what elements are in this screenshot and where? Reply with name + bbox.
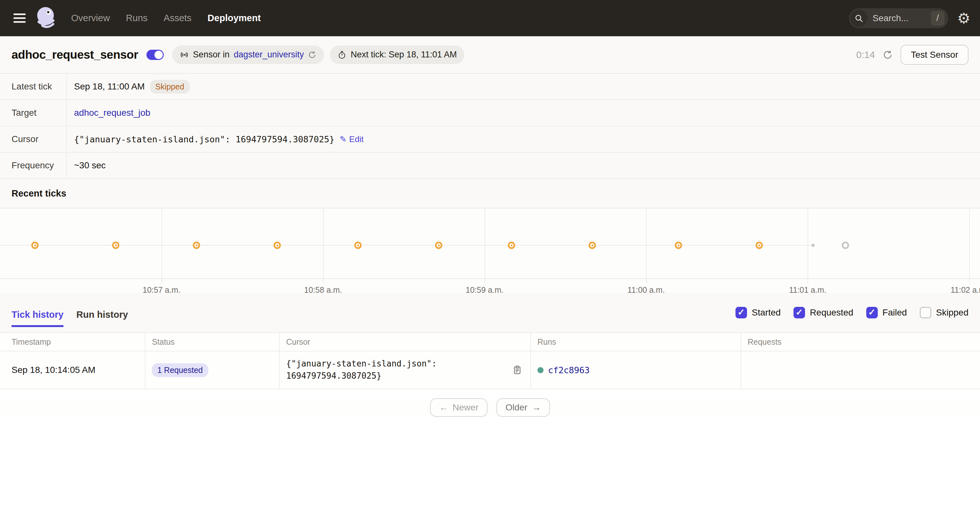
skipped-ticks-marker[interactable]	[274, 242, 281, 249]
column-header-cursor: Cursor	[280, 333, 531, 351]
nav-item-overview[interactable]: Overview	[71, 13, 110, 23]
copy-clipboard-icon[interactable]	[512, 365, 522, 375]
skipped-ticks-marker[interactable]	[193, 242, 200, 249]
meta-label: Latest tick	[0, 74, 67, 99]
arrow-left-icon: ←	[439, 402, 448, 413]
next-tick-chip: Next tick: Sep 18, 11:01 AM	[330, 46, 465, 64]
checkbox-icon: ✓	[794, 307, 805, 318]
filter-checkbox-skipped[interactable]: ✓ Skipped	[920, 307, 969, 318]
stopwatch-icon	[337, 50, 347, 59]
minute-gridline	[485, 208, 485, 283]
hamburger-menu-icon[interactable]	[13, 13, 25, 23]
meta-row-target: Target adhoc_request_job	[0, 100, 980, 126]
time-axis-label: 11:01 a.m.	[789, 286, 826, 295]
checkbox-icon: ✓	[866, 307, 878, 318]
sensor-broadcast-icon	[180, 50, 189, 59]
edit-cursor-link[interactable]: ✎ Edit	[340, 134, 364, 144]
run-status-dot	[538, 367, 544, 373]
code-location-link[interactable]: dagster_university	[234, 50, 304, 60]
run-id-link[interactable]: cf2c8963	[548, 365, 590, 375]
skipped-ticks-marker[interactable]	[32, 242, 39, 249]
filter-checkbox-failed[interactable]: ✓ Failed	[866, 307, 907, 318]
timeline-axis-line	[0, 245, 813, 246]
sensor-header: adhoc_request_sensor Sensor in dagster_u…	[0, 36, 980, 74]
refresh-icon[interactable]	[883, 50, 893, 60]
next-tick-text: Next tick: Sep 18, 11:01 AM	[351, 50, 457, 60]
minute-gridline	[323, 208, 324, 283]
search-icon	[850, 10, 867, 27]
search-input[interactable]: Search... /	[849, 8, 948, 28]
meta-label: Frequency	[0, 153, 67, 178]
time-axis-label: 11:00 a.m.	[627, 286, 665, 295]
sensor-location-chip: Sensor in dagster_university	[172, 46, 324, 64]
minute-gridline	[646, 208, 647, 283]
skipped-ticks-marker[interactable]	[112, 242, 119, 249]
gear-icon[interactable]: ⚙	[957, 11, 970, 26]
checkbox-icon: ✓	[920, 307, 931, 318]
top-nav: Overview Runs Assets Deployment Search..…	[0, 0, 980, 36]
page-title: adhoc_request_sensor	[11, 48, 138, 62]
history-tabs-row: Tick history Run history ✓ Started ✓ Req…	[0, 293, 980, 333]
cursor-value: {"january-staten-island.json": 169479759…	[74, 134, 334, 144]
skipped-ticks-marker[interactable]	[355, 242, 362, 249]
latest-tick-time: Sep 18, 11:00 AM	[74, 81, 145, 92]
tick-requests	[741, 351, 980, 389]
search-placeholder: Search...	[873, 13, 931, 23]
nav-item-assets[interactable]: Assets	[164, 13, 192, 23]
skipped-ticks-marker[interactable]	[675, 242, 682, 249]
tick-history-table: Timestamp Status Cursor Runs Requests Se…	[0, 333, 980, 389]
requested-status-badge[interactable]: 1 Requested	[152, 363, 208, 377]
filter-checkbox-started[interactable]: ✓ Started	[735, 307, 781, 318]
meta-label: Target	[0, 100, 67, 126]
search-shortcut-badge: /	[931, 11, 944, 26]
tab-tick-history[interactable]: Tick history	[11, 310, 64, 327]
nav-item-deployment[interactable]: Deployment	[208, 13, 261, 23]
timeline-bottom-border	[0, 278, 980, 279]
edit-pencil-icon: ✎	[340, 134, 347, 144]
minute-gridline	[808, 208, 808, 283]
column-header-requests: Requests	[741, 333, 980, 351]
meta-label: Cursor	[0, 126, 67, 152]
sensor-chip-prefix: Sensor in	[193, 50, 229, 60]
minute-gridline	[162, 208, 162, 283]
reload-location-icon[interactable]	[308, 51, 316, 59]
recent-ticks-timeline: 10:57 a.m.10:58 a.m.10:59 a.m.11:00 a.m.…	[0, 208, 980, 293]
frequency-value: ~30 sec	[74, 160, 106, 171]
newer-page-button[interactable]: ← Newer	[430, 398, 487, 417]
minute-gridline	[969, 208, 970, 283]
checkbox-icon: ✓	[735, 307, 747, 318]
skipped-ticks-marker[interactable]	[435, 242, 442, 249]
nav-links: Overview Runs Assets Deployment	[71, 13, 261, 23]
arrow-right-icon: →	[532, 402, 541, 413]
dagster-logo-icon[interactable]	[35, 6, 57, 30]
skipped-ticks-marker[interactable]	[508, 242, 515, 249]
time-axis-label: 10:58 a.m.	[304, 286, 342, 295]
skipped-status-badge: Skipped	[150, 80, 190, 94]
tick-timestamp: Sep 18, 10:14:05 AM	[0, 351, 145, 389]
nav-item-runs[interactable]: Runs	[126, 13, 148, 23]
tab-run-history[interactable]: Run history	[76, 310, 128, 327]
skipped-ticks-marker[interactable]	[589, 242, 596, 249]
skipped-ticks-marker[interactable]	[756, 242, 763, 249]
tick-cursor-value: {"january-staten-island.json": 169479759…	[286, 358, 466, 382]
sensor-enabled-toggle[interactable]	[146, 50, 164, 60]
time-axis-label: 10:57 a.m.	[143, 286, 180, 295]
current-time-marker[interactable]	[811, 244, 815, 247]
table-row: Sep 18, 10:14:05 AM 1 Requested {"januar…	[0, 351, 980, 389]
meta-row-frequency: Frequency ~30 sec	[0, 153, 980, 179]
refresh-countdown: 0:14	[856, 49, 875, 60]
time-axis-label: 11:02 a.m.	[951, 286, 980, 295]
older-page-button[interactable]: Older →	[496, 398, 550, 417]
pagination: ← Newer Older →	[0, 398, 980, 417]
meta-row-cursor: Cursor {"january-staten-island.json": 16…	[0, 126, 980, 153]
filter-checkbox-requested[interactable]: ✓ Requested	[794, 307, 853, 318]
column-header-runs: Runs	[531, 333, 741, 351]
column-header-status: Status	[145, 333, 280, 351]
time-axis-label: 10:59 a.m.	[466, 286, 503, 295]
recent-ticks-title: Recent ticks	[11, 188, 66, 199]
test-sensor-button[interactable]: Test Sensor	[900, 45, 969, 65]
target-job-link[interactable]: adhoc_request_job	[74, 108, 150, 118]
upcoming-tick-marker[interactable]	[842, 242, 849, 249]
meta-row-latest-tick: Latest tick Sep 18, 11:00 AM Skipped	[0, 74, 980, 100]
sensor-metadata: Latest tick Sep 18, 11:00 AM Skipped Tar…	[0, 74, 980, 179]
